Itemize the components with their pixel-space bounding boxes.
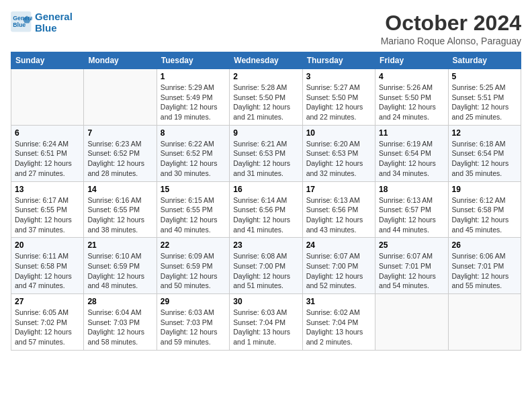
weekday-header-thursday: Thursday bbox=[302, 52, 375, 69]
day-number: 2 bbox=[233, 72, 298, 81]
day-number: 27 bbox=[15, 297, 80, 306]
day-number: 25 bbox=[379, 240, 444, 250]
weekday-header-monday: Monday bbox=[84, 52, 157, 69]
day-number: 10 bbox=[306, 128, 371, 138]
title-block: October 2024 Mariano Roque Alonso, Parag… bbox=[381, 11, 521, 46]
day-info: Sunrise: 5:26 AM Sunset: 5:50 PM Dayligh… bbox=[379, 83, 444, 122]
day-info: Sunrise: 6:07 AM Sunset: 7:01 PM Dayligh… bbox=[379, 251, 444, 291]
calendar-cell: 24Sunrise: 6:07 AM Sunset: 7:00 PM Dayli… bbox=[302, 238, 375, 294]
day-number: 11 bbox=[379, 128, 444, 138]
calendar-cell: 22Sunrise: 6:09 AM Sunset: 6:59 PM Dayli… bbox=[157, 238, 229, 294]
day-info: Sunrise: 5:27 AM Sunset: 5:50 PM Dayligh… bbox=[306, 83, 371, 122]
calendar-cell: 17Sunrise: 6:13 AM Sunset: 6:56 PM Dayli… bbox=[302, 181, 375, 238]
day-number: 12 bbox=[452, 128, 517, 138]
calendar-cell: 12Sunrise: 6:18 AM Sunset: 6:54 PM Dayli… bbox=[448, 125, 521, 181]
calendar-cell bbox=[375, 294, 448, 351]
day-info: Sunrise: 6:03 AM Sunset: 7:03 PM Dayligh… bbox=[161, 308, 226, 347]
day-number: 14 bbox=[87, 185, 152, 194]
calendar-cell: 13Sunrise: 6:17 AM Sunset: 6:55 PM Dayli… bbox=[11, 181, 84, 238]
day-info: Sunrise: 6:13 AM Sunset: 6:57 PM Dayligh… bbox=[379, 195, 444, 235]
logo-icon: General Blue bbox=[11, 11, 32, 33]
calendar-cell: 9Sunrise: 6:21 AM Sunset: 6:53 PM Daylig… bbox=[230, 125, 302, 181]
day-info: Sunrise: 6:16 AM Sunset: 6:55 PM Dayligh… bbox=[87, 195, 152, 235]
day-info: Sunrise: 6:08 AM Sunset: 7:00 PM Dayligh… bbox=[233, 251, 298, 291]
logo-text: General Blue bbox=[35, 11, 73, 34]
calendar-cell: 19Sunrise: 6:12 AM Sunset: 6:58 PM Dayli… bbox=[448, 181, 521, 238]
day-info: Sunrise: 6:20 AM Sunset: 6:53 PM Dayligh… bbox=[306, 139, 371, 179]
day-number: 1 bbox=[161, 72, 226, 81]
day-info: Sunrise: 5:28 AM Sunset: 5:50 PM Dayligh… bbox=[233, 83, 298, 122]
day-number: 26 bbox=[452, 240, 517, 250]
calendar-week-row: 27Sunrise: 6:05 AM Sunset: 7:02 PM Dayli… bbox=[11, 294, 521, 351]
calendar-cell: 6Sunrise: 6:24 AM Sunset: 6:51 PM Daylig… bbox=[11, 125, 84, 181]
day-number: 23 bbox=[233, 240, 298, 250]
calendar-cell: 7Sunrise: 6:23 AM Sunset: 6:52 PM Daylig… bbox=[84, 125, 157, 181]
day-number: 28 bbox=[87, 297, 152, 306]
calendar-week-row: 20Sunrise: 6:11 AM Sunset: 6:58 PM Dayli… bbox=[11, 238, 521, 294]
calendar-cell: 11Sunrise: 6:19 AM Sunset: 6:54 PM Dayli… bbox=[375, 125, 448, 181]
day-info: Sunrise: 6:21 AM Sunset: 6:53 PM Dayligh… bbox=[233, 139, 298, 179]
weekday-header-row: SundayMondayTuesdayWednesdayThursdayFrid… bbox=[11, 52, 521, 69]
day-number: 17 bbox=[306, 185, 371, 194]
day-number: 6 bbox=[15, 128, 80, 138]
calendar-cell: 8Sunrise: 6:22 AM Sunset: 6:52 PM Daylig… bbox=[157, 125, 229, 181]
day-info: Sunrise: 5:29 AM Sunset: 5:49 PM Dayligh… bbox=[161, 83, 226, 122]
page-header: General Blue General Blue October 2024 M… bbox=[11, 11, 521, 46]
day-info: Sunrise: 6:18 AM Sunset: 6:54 PM Dayligh… bbox=[452, 139, 517, 179]
day-number: 3 bbox=[306, 72, 371, 81]
weekday-header-wednesday: Wednesday bbox=[230, 52, 302, 69]
day-number: 8 bbox=[161, 128, 226, 138]
calendar-cell: 5Sunrise: 5:25 AM Sunset: 5:51 PM Daylig… bbox=[448, 69, 521, 126]
calendar-cell: 25Sunrise: 6:07 AM Sunset: 7:01 PM Dayli… bbox=[375, 238, 448, 294]
day-info: Sunrise: 6:14 AM Sunset: 6:56 PM Dayligh… bbox=[233, 195, 298, 235]
day-info: Sunrise: 6:15 AM Sunset: 6:55 PM Dayligh… bbox=[161, 195, 226, 235]
day-info: Sunrise: 6:10 AM Sunset: 6:59 PM Dayligh… bbox=[87, 251, 152, 291]
calendar-cell: 2Sunrise: 5:28 AM Sunset: 5:50 PM Daylig… bbox=[230, 69, 302, 126]
calendar-cell: 21Sunrise: 6:10 AM Sunset: 6:59 PM Dayli… bbox=[84, 238, 157, 294]
calendar-cell: 18Sunrise: 6:13 AM Sunset: 6:57 PM Dayli… bbox=[375, 181, 448, 238]
day-number: 15 bbox=[161, 185, 226, 194]
day-info: Sunrise: 6:23 AM Sunset: 6:52 PM Dayligh… bbox=[87, 139, 152, 179]
logo: General Blue General Blue bbox=[11, 11, 73, 34]
day-number: 29 bbox=[161, 297, 226, 306]
day-number: 24 bbox=[306, 240, 371, 250]
calendar-cell: 29Sunrise: 6:03 AM Sunset: 7:03 PM Dayli… bbox=[157, 294, 229, 351]
calendar-cell: 31Sunrise: 6:02 AM Sunset: 7:04 PM Dayli… bbox=[302, 294, 375, 351]
day-info: Sunrise: 5:25 AM Sunset: 5:51 PM Dayligh… bbox=[452, 83, 517, 122]
day-info: Sunrise: 6:11 AM Sunset: 6:58 PM Dayligh… bbox=[15, 251, 80, 291]
calendar-cell: 16Sunrise: 6:14 AM Sunset: 6:56 PM Dayli… bbox=[230, 181, 302, 238]
calendar-cell bbox=[11, 69, 84, 126]
calendar-cell: 30Sunrise: 6:03 AM Sunset: 7:04 PM Dayli… bbox=[230, 294, 302, 351]
calendar-table: SundayMondayTuesdayWednesdayThursdayFrid… bbox=[11, 52, 521, 351]
day-number: 21 bbox=[87, 240, 152, 250]
day-number: 16 bbox=[233, 185, 298, 194]
day-info: Sunrise: 6:17 AM Sunset: 6:55 PM Dayligh… bbox=[15, 195, 80, 235]
day-number: 13 bbox=[15, 185, 80, 194]
day-number: 18 bbox=[379, 185, 444, 194]
svg-text:Blue: Blue bbox=[13, 21, 26, 28]
calendar-cell: 23Sunrise: 6:08 AM Sunset: 7:00 PM Dayli… bbox=[230, 238, 302, 294]
calendar-cell: 26Sunrise: 6:06 AM Sunset: 7:01 PM Dayli… bbox=[448, 238, 521, 294]
day-number: 19 bbox=[452, 185, 517, 194]
day-info: Sunrise: 6:06 AM Sunset: 7:01 PM Dayligh… bbox=[452, 251, 517, 291]
day-number: 31 bbox=[306, 297, 371, 306]
day-number: 4 bbox=[379, 72, 444, 81]
calendar-cell: 4Sunrise: 5:26 AM Sunset: 5:50 PM Daylig… bbox=[375, 69, 448, 126]
calendar-week-row: 1Sunrise: 5:29 AM Sunset: 5:49 PM Daylig… bbox=[11, 69, 521, 126]
weekday-header-saturday: Saturday bbox=[448, 52, 521, 69]
calendar-cell bbox=[448, 294, 521, 351]
weekday-header-friday: Friday bbox=[375, 52, 448, 69]
calendar-week-row: 6Sunrise: 6:24 AM Sunset: 6:51 PM Daylig… bbox=[11, 125, 521, 181]
calendar-cell: 15Sunrise: 6:15 AM Sunset: 6:55 PM Dayli… bbox=[157, 181, 229, 238]
calendar-cell bbox=[84, 69, 157, 126]
calendar-cell: 28Sunrise: 6:04 AM Sunset: 7:03 PM Dayli… bbox=[84, 294, 157, 351]
day-info: Sunrise: 6:22 AM Sunset: 6:52 PM Dayligh… bbox=[161, 139, 226, 179]
day-info: Sunrise: 6:24 AM Sunset: 6:51 PM Dayligh… bbox=[15, 139, 80, 179]
weekday-header-tuesday: Tuesday bbox=[157, 52, 229, 69]
calendar-cell: 20Sunrise: 6:11 AM Sunset: 6:58 PM Dayli… bbox=[11, 238, 84, 294]
day-number: 30 bbox=[233, 297, 298, 306]
day-info: Sunrise: 6:04 AM Sunset: 7:03 PM Dayligh… bbox=[87, 308, 152, 347]
day-number: 9 bbox=[233, 128, 298, 138]
day-info: Sunrise: 6:12 AM Sunset: 6:58 PM Dayligh… bbox=[452, 195, 517, 235]
day-info: Sunrise: 6:09 AM Sunset: 6:59 PM Dayligh… bbox=[161, 251, 226, 291]
